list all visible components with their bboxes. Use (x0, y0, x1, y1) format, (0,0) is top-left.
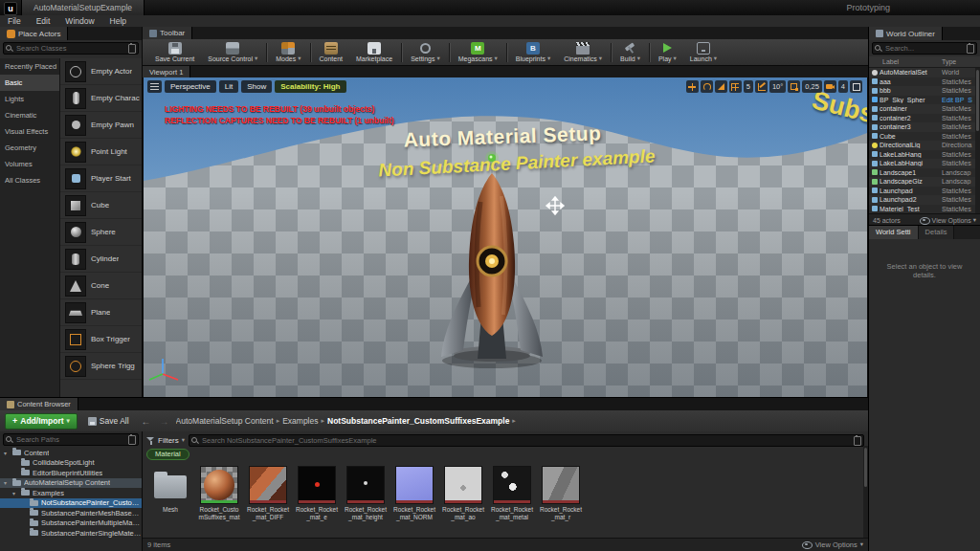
grid-snap-icon[interactable] (729, 80, 742, 93)
toolbar-button-megascans[interactable]: MMegascans▾ (452, 39, 504, 65)
tree-item-content[interactable]: ▾Content (0, 448, 142, 458)
rotation-snap-icon[interactable] (755, 80, 768, 93)
scale-tool-icon[interactable] (715, 80, 727, 93)
toolbar-button-modes[interactable]: Modes▾ (269, 39, 307, 65)
material-filter-pill[interactable]: Material (146, 449, 189, 460)
grid-snap-value[interactable]: 5 (744, 80, 753, 93)
outliner-row-container3[interactable]: container3StaticMes (869, 122, 980, 132)
tree-item-substancepaintermultiplematerialsexample[interactable]: SubstancePainterMultipleMaterialsExample (0, 518, 142, 529)
viewport-canvas[interactable]: LIGHTING NEEDS TO BE REBUILT (39 unbuilt… (144, 77, 867, 397)
cb-view-options-button[interactable]: View Options ▾ (802, 540, 863, 549)
asset-rocket-customsuffixes-mat[interactable]: Rocket_CustomSuffixes_mat (197, 466, 241, 521)
expander-icon[interactable]: ▾ (12, 490, 18, 496)
tree-item-notsubstancepainter-customsuffixesexample[interactable]: NotSubstancePainter_CustomSuffixesExampl… (0, 498, 142, 509)
assets-scrollbar-thumb[interactable] (864, 448, 867, 487)
menu-item-help[interactable]: Help (102, 15, 134, 27)
expander-icon[interactable]: ▾ (4, 479, 10, 486)
place-item-cylinder[interactable]: Cylinder (60, 246, 142, 273)
menu-item-window[interactable]: Window (57, 15, 101, 27)
outliner-search-input[interactable] (872, 42, 977, 55)
asset-rocket-rocket-mat-ao[interactable]: Rocket_Rocket_mat_ao (441, 466, 485, 521)
asset-rocket-rocket-mat-e[interactable]: Rocket_Rocket_mat_e (295, 466, 339, 521)
place-item-player-start[interactable]: Player Start (60, 165, 142, 192)
asset-rocket-rocket-mat-diff[interactable]: Rocket_Rocket_mat_DIFF (246, 466, 290, 521)
column-label[interactable]: Label (869, 58, 942, 65)
outliner-row-landscapegiz[interactable]: LandscapeGizLandscap (869, 177, 980, 187)
place-item-empty-pawn[interactable]: Empty Pawn (60, 112, 142, 139)
place-category-lights[interactable]: Lights (0, 91, 59, 107)
rotate-tool-icon[interactable] (701, 80, 713, 93)
outliner-row-cube[interactable]: CubeStaticMes (869, 132, 980, 142)
tree-item-examples[interactable]: ▾Examples (0, 488, 142, 498)
outliner-scrollbar-thumb[interactable] (976, 70, 979, 131)
toolbar-button-play[interactable]: Play▾ (652, 39, 683, 65)
viewport-perspective-button[interactable]: Perspective (165, 80, 216, 93)
toolbar-tab[interactable]: Toolbar (143, 27, 192, 39)
unreal-logo-icon[interactable]: u (4, 2, 17, 15)
tree-item-collidablespotlight[interactable]: CollidableSpotLight (0, 458, 142, 469)
place-category-geometry[interactable]: Geometry (0, 140, 59, 156)
content-browser-tab[interactable]: Content Browser (0, 398, 78, 410)
toolbar-button-blueprints[interactable]: BBlueprints▾ (509, 39, 557, 65)
outliner-row-bbb[interactable]: bbbStaticMes (869, 86, 980, 96)
save-all-button[interactable]: Save All (82, 414, 135, 429)
back-arrow-icon[interactable]: ← (140, 416, 153, 427)
asset-mesh[interactable]: Mesh (148, 466, 192, 514)
outliner-view-options-button[interactable]: View Options ▾ (920, 217, 976, 225)
place-actors-tab[interactable]: Place Actors (0, 27, 68, 40)
place-actors-search-input[interactable] (3, 42, 139, 55)
place-item-empty-actor[interactable]: Empty Actor (60, 58, 142, 85)
scale-snap-icon[interactable] (788, 80, 800, 93)
maximize-viewport-icon[interactable] (850, 80, 862, 93)
camera-speed-icon[interactable] (824, 80, 836, 93)
place-item-cone[interactable]: Cone (60, 273, 142, 299)
outliner-row-container[interactable]: containerStaticMes (869, 104, 980, 114)
place-category-visual-effects[interactable]: Visual Effects (0, 123, 59, 140)
place-category-all-classes[interactable]: All Classes (0, 172, 59, 188)
project-tab[interactable]: AutoMaterialSetupExample (21, 0, 145, 15)
tree-item-substancepaintersinglematerialexample[interactable]: SubstancePainterSingleMaterialExample (0, 528, 142, 539)
asset-rocket-rocket-mat-metal[interactable]: Rocket_Rocket_mat_metal (490, 466, 534, 521)
toolbar-button-source-control[interactable]: Source Control▾ (201, 39, 264, 65)
scalability-badge[interactable]: Scalability: High (275, 80, 345, 93)
place-category-recently-placed[interactable]: Recently Placed (0, 58, 59, 75)
breadcrumb-item-automaterialsetup-content[interactable]: AutoMaterialSetup Content (176, 416, 274, 426)
place-category-cinematic[interactable]: Cinematic (0, 107, 59, 123)
assets-search-input[interactable] (189, 434, 864, 447)
toolbar-button-marketplace[interactable]: Marketplace (349, 39, 399, 65)
scale-snap-value[interactable]: 0,25 (802, 80, 822, 93)
move-tool-icon[interactable] (686, 80, 699, 93)
asset-rocket-rocket-mat-norm[interactable]: Rocket_Rocket_mat_NORM (392, 466, 436, 521)
expander-icon[interactable]: ▾ (4, 450, 10, 456)
world-outliner-tab[interactable]: World Outliner (869, 27, 943, 40)
breadcrumb-item-examples[interactable]: Examples (282, 416, 318, 426)
breadcrumb-item-notsubstancepainter-customsuffixesexample[interactable]: NotSubstancePainter_CustomSuffixesExampl… (327, 416, 509, 426)
outliner-row-landscape1[interactable]: Landscape1Landscap (869, 168, 980, 178)
outliner-scrollbar[interactable] (975, 68, 980, 213)
toolbar-button-content[interactable]: Content (313, 39, 350, 65)
toolbar-button-save-current[interactable]: Save Current (148, 39, 201, 65)
rotation-snap-value[interactable]: 10° (769, 80, 786, 93)
viewport-tab[interactable]: Viewport 1 (143, 66, 190, 77)
menu-item-edit[interactable]: Edit (29, 15, 58, 27)
place-item-cube[interactable]: Cube (60, 192, 142, 219)
asset-rocket-rocket-mat-r[interactable]: Rocket_Rocket_mat_r (539, 466, 583, 521)
outliner-row-lakelabhang[interactable]: LakeLabHangStaticMes (869, 150, 980, 160)
outliner-row-automaterialset[interactable]: AutoMaterialSetWorld (869, 68, 980, 77)
outliner-row-aaa[interactable]: aaaStaticMes (869, 77, 980, 87)
outliner-row-type[interactable]: Edit BP_S (942, 97, 980, 103)
place-item-empty-charac[interactable]: Empty Charac (60, 85, 142, 112)
place-item-box-trigger[interactable]: Box Trigger (60, 326, 142, 353)
breadcrumb-separator-icon[interactable]: ▸ (321, 417, 324, 425)
toolbar-button-cinematics[interactable]: Cinematics▾ (557, 39, 609, 65)
column-type[interactable]: Type (942, 58, 980, 65)
place-item-sphere[interactable]: Sphere (60, 219, 142, 246)
sources-search-input[interactable] (3, 433, 139, 446)
camera-speed-value[interactable]: 4 (838, 80, 848, 93)
place-category-basic[interactable]: Basic (0, 75, 59, 91)
outliner-row-lakelabhangi[interactable]: LakeLabHangiStaticMes (869, 159, 980, 168)
filters-button[interactable]: Filters ▾ (146, 436, 185, 445)
breadcrumb-separator-icon[interactable]: ▸ (512, 417, 516, 425)
outliner-row-materiel-test[interactable]: Materiel_TestStaticMes (869, 205, 980, 214)
viewport-show-button[interactable]: Show (241, 80, 272, 93)
